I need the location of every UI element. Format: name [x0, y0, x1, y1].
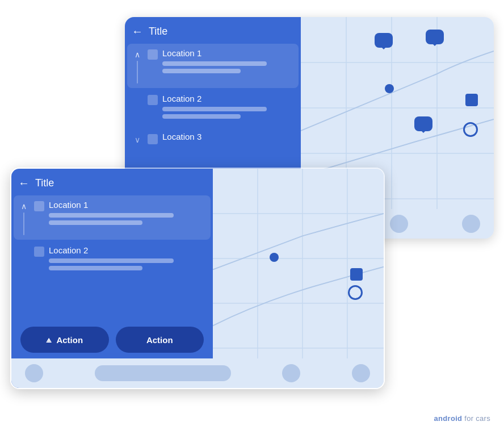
item-checkbox[interactable]	[148, 95, 158, 105]
chevron-down-icon: ∨	[135, 136, 140, 144]
front-header: ← Title	[11, 169, 213, 195]
item-bar	[49, 220, 142, 225]
brand-strong: android	[434, 414, 463, 423]
item-bar	[49, 258, 174, 263]
map-pin-square	[465, 94, 478, 106]
list-item[interactable]: ∧ Location 1	[14, 195, 211, 240]
bottom-circle-left	[25, 364, 43, 382]
list-item[interactable]: ∧ Location 1	[127, 44, 299, 88]
action-buttons: ⟁ Action Action	[11, 321, 213, 358]
bottom-circle-right2	[462, 215, 480, 233]
front-map	[213, 169, 384, 388]
front-card: ← Title ∧ Location 1	[10, 168, 385, 389]
item-content: Location 1	[162, 48, 293, 76]
map-dot	[385, 84, 394, 93]
bottom-circle-right	[282, 364, 300, 382]
brand-rest: for cars	[462, 414, 490, 423]
front-panel-left: ← Title ∧ Location 1	[11, 169, 213, 388]
list-item[interactable]: Location 2	[14, 241, 211, 278]
front-map-circle	[348, 285, 363, 300]
item-bar	[162, 114, 241, 119]
item-content: Location 2	[162, 94, 293, 122]
back-header: ← Title	[125, 17, 301, 44]
action-button-1[interactable]: ⟁ Action	[20, 327, 109, 353]
item-checkbox[interactable]	[148, 134, 158, 144]
item-content: Location 2	[49, 245, 205, 273]
expand-col: ∨	[132, 133, 143, 144]
front-title: Title	[35, 177, 54, 189]
bottom-pill	[95, 365, 231, 381]
expand-col	[132, 94, 143, 96]
item-bar	[49, 213, 174, 218]
item-checkbox[interactable]	[34, 201, 44, 211]
expand-col: ∧	[18, 200, 30, 235]
list-item[interactable]: ∨ Location 3	[127, 127, 299, 149]
item-bar	[162, 107, 267, 111]
front-map-dot	[270, 253, 279, 262]
back-title: Title	[149, 26, 167, 37]
list-item[interactable]: Location 2	[127, 89, 299, 126]
item-title: Location 2	[49, 245, 205, 255]
map-bubble-1	[375, 33, 393, 48]
expand-col	[18, 245, 30, 248]
chevron-up-icon: ∧	[135, 51, 140, 59]
front-map-square	[350, 268, 363, 281]
item-checkbox[interactable]	[34, 247, 44, 257]
item-title: Location 2	[162, 94, 293, 103]
action-button-2[interactable]: Action	[116, 327, 204, 353]
map-circle-outline	[463, 122, 478, 137]
item-title: Location 3	[162, 132, 293, 141]
item-content: Location 1	[49, 200, 205, 228]
action2-label: Action	[146, 335, 173, 345]
front-back-arrow-icon[interactable]: ←	[18, 177, 30, 190]
expand-col: ∧	[132, 48, 143, 84]
item-bar	[162, 69, 241, 73]
item-bar	[162, 61, 267, 66]
front-bottom-bar	[11, 358, 384, 388]
navigation-icon: ⟁	[46, 335, 52, 345]
bottom-circle-right2	[352, 364, 370, 382]
item-checkbox[interactable]	[148, 49, 158, 60]
chevron-up-icon: ∧	[21, 202, 27, 210]
bottom-circle-right	[390, 215, 408, 233]
map-bubble-3	[414, 116, 432, 131]
item-title: Location 1	[49, 200, 205, 210]
brand-label: android for cars	[434, 414, 490, 423]
back-arrow-icon[interactable]: ←	[132, 25, 143, 38]
item-title: Location 1	[162, 48, 293, 58]
action1-label: Action	[56, 335, 83, 345]
map-bubble-2	[426, 30, 444, 44]
item-bar	[49, 266, 142, 270]
item-content: Location 3	[162, 132, 293, 145]
